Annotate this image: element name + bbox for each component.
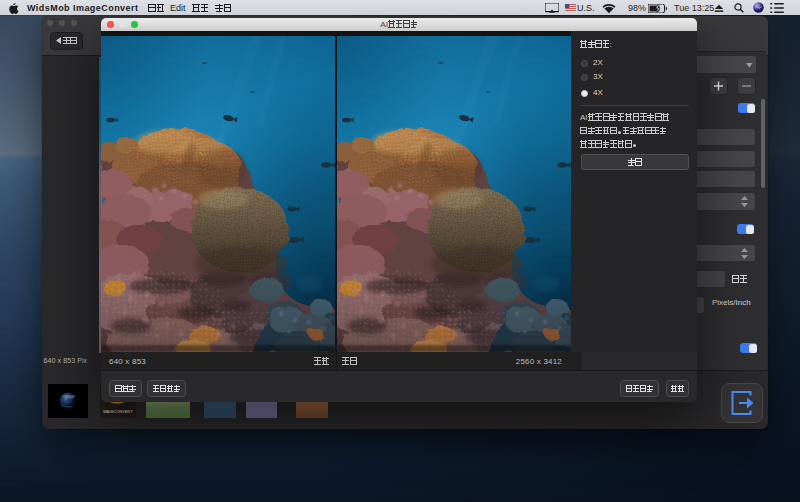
svg-text:MAGICONVERT: MAGICONVERT [103, 409, 133, 414]
